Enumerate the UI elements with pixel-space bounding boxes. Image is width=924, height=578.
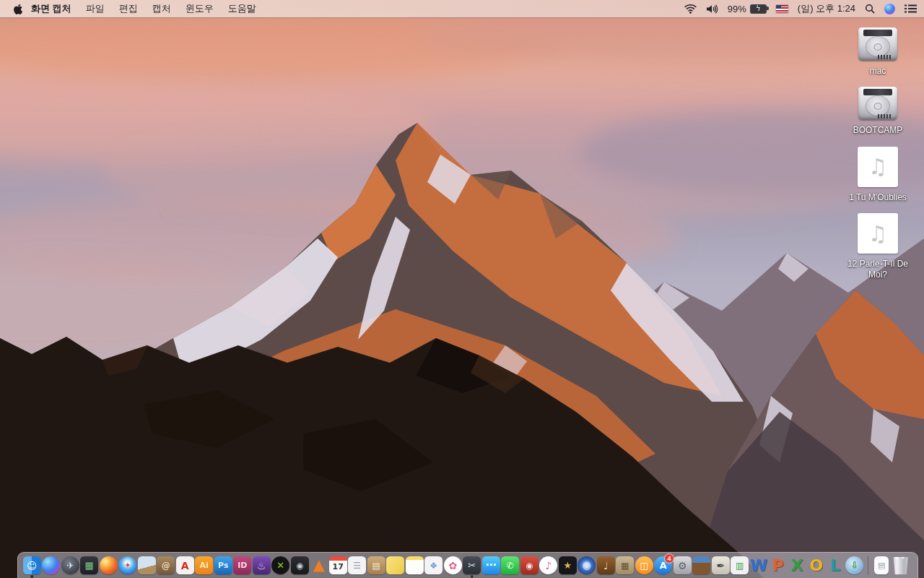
system-preferences-dock-icon[interactable]: ⚙ [673,553,692,578]
battery-charging-icon: ϟ [750,4,767,14]
itunes-dock-icon[interactable]: ♪ [539,553,559,578]
music-file-icon: ♫ [858,213,898,254]
menu-left: 화면 캡처 파일편집캡처윈도우도움말 [7,2,271,15]
downloader-dock-icon[interactable]: ⇩ [845,553,865,578]
running-indicator [471,575,474,578]
desktop-icon-label: 1 Tu M'Oublies [849,192,907,202]
menu-item-4[interactable]: 도움말 [228,3,256,14]
desktop-icon-label: 12 Parle-T-Il De Moi? [840,259,916,280]
vlc-dock-icon[interactable]: ▲ [310,553,329,578]
facetime-dock-icon[interactable]: ✆ [501,553,520,578]
pinboard-dock-icon[interactable]: ▦ [616,553,635,578]
menu-item-3[interactable]: 윈도우 [186,3,214,14]
music-note-icon: ♫ [868,221,888,246]
notification-center-icon[interactable] [905,4,917,13]
messages-dock-icon[interactable]: ⋯ [481,553,501,578]
desktop-icon-mac-volume[interactable]: mac [858,27,897,76]
input-source-flag-icon[interactable] [776,5,788,13]
launchpad-dock-icon[interactable]: ✈ [61,553,80,578]
word-dock-icon[interactable]: W [749,553,769,578]
hard-drive-icon [858,87,897,120]
mission-control-dock-icon[interactable]: ▦ [80,553,100,578]
desktop-icon-column: macBOOTCAMP♫1 Tu M'Oublies♫12 Parle-T-Il… [837,27,918,290]
desktop-icon-music-file-2[interactable]: ♫12 Parle-T-Il De Moi? [840,213,916,280]
trash-dock-icon[interactable] [892,553,911,578]
notes-dock-icon[interactable] [405,553,424,578]
desktop-icon-label: BOOTCAMP [853,125,903,135]
stickies-dock-icon[interactable] [386,553,406,578]
battery-status[interactable]: 99% ϟ [728,4,767,14]
numbers-dock-icon[interactable]: ▥ [731,553,750,578]
ibooks-dock-icon[interactable]: ◫ [635,553,654,578]
calendar-dock-icon[interactable]: 17 [328,553,348,578]
pages-dock-icon[interactable]: ✒ [711,553,731,578]
music-note-icon: ♫ [868,154,888,179]
powerpoint-dock-icon[interactable]: P [769,553,788,578]
hard-drive-icon [858,27,897,61]
toast-dock-icon[interactable]: ♨ [252,553,271,578]
menu-status-area: 99% ϟ (일) 오후 1:24 [684,2,917,15]
reminders-dock-icon[interactable]: ☰ [348,553,367,578]
dock-document-dock-icon[interactable]: ▤ [872,553,892,578]
photoshop-dock-icon[interactable]: Ps [214,553,233,578]
photos-dock-icon[interactable]: ✿ [443,553,463,578]
divx-dock-icon[interactable]: ✕ [271,553,291,578]
dock: ☺✈▦✦@AAiPsID♨✕◉▲17☰▤❖✿✂⋯✆◉♪★◎♩▦◫A4⚙✒▥WPX… [17,552,918,578]
lync-dock-icon[interactable]: L [826,553,845,578]
menu-item-1[interactable]: 편집 [119,3,138,14]
documents-app-dock-icon[interactable]: ❖ [424,553,444,578]
disk-app-dock-icon[interactable]: ◉ [290,553,310,578]
finder-dock-icon[interactable]: ☺ [22,553,42,578]
preview-dock-icon[interactable] [137,553,157,578]
safari-dock-icon[interactable]: ✦ [118,553,138,578]
desktop-icon-bootcamp-volume[interactable]: BOOTCAMP [853,87,903,135]
app-menus: 파일편집캡처윈도우도움말 [86,2,271,15]
dock-divider [868,556,868,575]
garageband-dock-icon[interactable]: ♩ [596,553,616,578]
dvd-player-dock-icon[interactable]: ◎ [578,553,597,578]
volume-icon[interactable] [706,4,718,14]
unarchiver-dock-icon[interactable]: ▤ [367,553,386,578]
menu-item-2[interactable]: 캡처 [152,3,171,14]
firefox-dock-icon[interactable] [99,553,118,578]
imovie-dock-icon[interactable]: ★ [558,553,578,578]
excel-dock-icon[interactable]: X [788,553,807,578]
wifi-icon[interactable] [684,4,697,14]
siri-dock-icon[interactable] [42,553,61,578]
grab-dock-icon[interactable]: ✂ [463,553,482,578]
desktop-icon-label: mac [870,66,886,76]
keynote-dock-icon[interactable] [692,553,712,578]
indesign-dock-icon[interactable]: ID [233,553,253,578]
app-store-dock-icon[interactable]: A4 [654,553,674,578]
menu-clock[interactable]: (일) 오후 1:24 [798,2,855,15]
contacts-dock-icon[interactable]: @ [157,553,176,578]
apple-logo-icon [13,4,22,14]
siri-menu-icon[interactable] [884,4,895,14]
outlook-dock-icon[interactable]: O [807,553,827,578]
photo-booth-dock-icon[interactable]: ◉ [520,553,539,578]
menu-item-0[interactable]: 파일 [86,3,105,14]
battery-percent: 99% [728,4,746,14]
acrobat-dock-icon[interactable]: A [175,553,195,578]
running-indicator [31,575,34,578]
apple-menu[interactable] [13,4,22,14]
active-app-menu[interactable]: 화면 캡처 [31,2,71,15]
desktop-wallpaper [0,0,924,578]
menu-bar: 화면 캡처 파일편집캡처윈도우도움말 99% ϟ (일) 오후 1:24 [0,0,924,17]
music-file-icon: ♫ [858,147,898,187]
spotlight-icon[interactable] [865,4,875,14]
illustrator-dock-icon[interactable]: Ai [195,553,214,578]
desktop-icon-music-file-1[interactable]: ♫1 Tu M'Oublies [849,147,907,202]
